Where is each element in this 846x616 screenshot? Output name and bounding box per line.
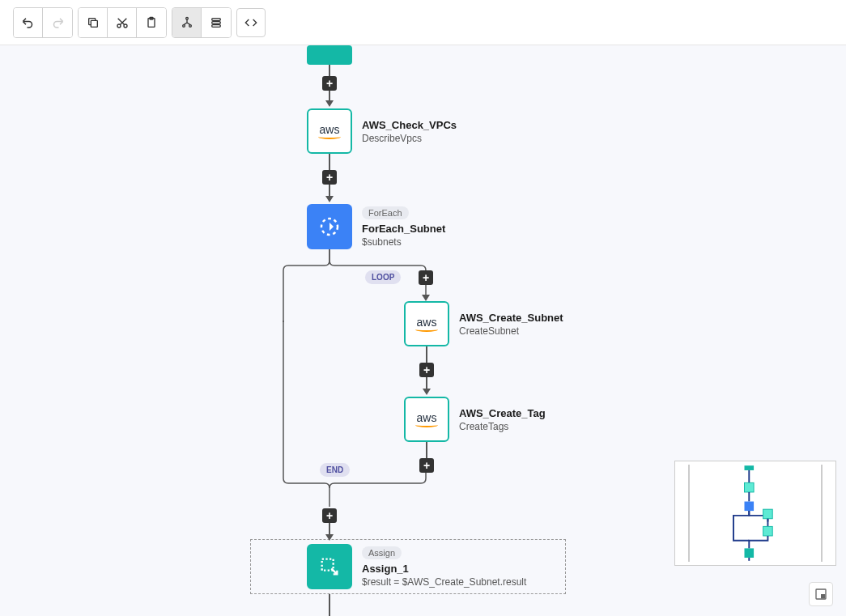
node-title: AWS_Create_Subnet (459, 312, 563, 324)
toolbar (0, 0, 846, 45)
view-group (172, 7, 232, 38)
clipboard-group (78, 7, 167, 38)
svg-rect-18 (745, 502, 755, 512)
svg-rect-25 (822, 595, 825, 598)
connector-line (426, 346, 427, 363)
node-subtitle: CreateSubnet (459, 325, 563, 337)
redo-icon (50, 15, 65, 30)
svg-point-2 (124, 24, 127, 28)
add-step-button[interactable]: + (419, 458, 434, 473)
code-view-button[interactable] (236, 8, 266, 37)
loop-badge: LOOP (365, 270, 401, 284)
node-labels: Assign Assign_1 $result = $AWS_Create_Su… (362, 546, 526, 588)
svg-point-5 (185, 17, 188, 19)
node-labels: ForEach ForEach_Subnet $subnets (362, 206, 445, 248)
copy-button[interactable] (79, 8, 108, 37)
foreach-icon (317, 215, 342, 239)
list-view-button[interactable] (202, 8, 231, 37)
svg-point-6 (182, 24, 185, 27)
assign-node[interactable]: Assign Assign_1 $result = $AWS_Create_Su… (307, 544, 526, 589)
start-node-box (307, 45, 352, 65)
redo-button[interactable] (43, 8, 72, 37)
cut-icon (116, 16, 129, 29)
add-step-button[interactable]: + (322, 508, 337, 523)
node-title: AWS_Check_VPCs (362, 119, 457, 131)
node-subtitle: $result = $AWS_Create_Subnet.result (362, 576, 526, 588)
tree-icon (181, 16, 193, 29)
svg-rect-0 (91, 20, 97, 27)
aws-create-subnet-node[interactable]: aws AWS_Create_Subnet CreateSubnet (404, 301, 563, 346)
paste-icon (145, 16, 158, 29)
node-labels: AWS_Create_Subnet CreateSubnet (459, 312, 563, 337)
aws-node-box: aws (404, 397, 449, 442)
svg-rect-21 (763, 526, 773, 536)
svg-rect-19 (763, 509, 773, 519)
svg-rect-9 (212, 21, 221, 23)
start-node[interactable] (307, 45, 352, 65)
node-title: ForEach_Subnet (362, 223, 445, 235)
aws-logo-icon: aws (415, 411, 438, 427)
svg-rect-14 (745, 465, 755, 470)
aws-check-vpcs-node[interactable]: aws AWS_Check_VPCs DescribeVpcs (307, 108, 457, 154)
add-step-button[interactable]: + (419, 363, 434, 377)
svg-rect-10 (212, 24, 221, 27)
aws-create-tag-node[interactable]: aws AWS_Create_Tag CreateTags (404, 397, 546, 442)
svg-marker-12 (422, 295, 430, 301)
arrow-head-icon (325, 196, 334, 202)
list-icon (210, 16, 223, 29)
node-labels: AWS_Check_VPCs DescribeVpcs (362, 119, 457, 144)
tree-view-button[interactable] (172, 8, 202, 37)
connector-line (426, 442, 427, 458)
aws-logo-icon: aws (318, 123, 341, 139)
aws-logo-icon: aws (415, 316, 438, 332)
svg-rect-22 (745, 548, 755, 558)
connector-line (329, 65, 330, 76)
node-subtitle: DescribeVpcs (362, 133, 457, 144)
foreach-node-box (307, 204, 352, 249)
minimap-viewport (688, 465, 823, 562)
minimap[interactable] (674, 461, 836, 566)
code-icon (244, 16, 257, 29)
node-subtitle: $subnets (362, 236, 445, 248)
node-type-pill: Assign (362, 546, 402, 559)
arrow-head-icon (325, 100, 334, 107)
svg-point-7 (189, 24, 191, 27)
svg-rect-8 (212, 18, 221, 20)
minimap-toggle-button[interactable] (809, 582, 833, 606)
assign-icon (318, 555, 341, 578)
undo-icon (21, 15, 36, 30)
add-step-button[interactable]: + (322, 76, 337, 91)
node-subtitle: CreateTags (459, 421, 546, 432)
aws-node-box: aws (404, 301, 449, 346)
assign-node-box (307, 544, 352, 589)
connector-line (329, 154, 330, 170)
paste-button[interactable] (137, 8, 166, 37)
node-title: Assign_1 (362, 563, 526, 575)
foreach-node[interactable]: ForEach ForEach_Subnet $subnets (307, 204, 445, 249)
node-type-pill: ForEach (362, 206, 409, 219)
svg-point-1 (117, 24, 121, 28)
workflow-canvas[interactable]: + aws AWS_Check_VPCs DescribeVpcs + ForE… (0, 45, 846, 616)
arrow-head-icon (423, 389, 431, 395)
arrow-head-icon (325, 534, 334, 541)
minimap-toggle-icon (814, 588, 827, 601)
add-step-button[interactable]: + (419, 270, 433, 285)
minimap-content (690, 465, 821, 562)
aws-node-box: aws (307, 108, 352, 154)
undo-button[interactable] (14, 8, 43, 37)
history-group (13, 7, 73, 38)
cut-button[interactable] (108, 8, 137, 37)
svg-rect-16 (745, 482, 755, 492)
connector-line (329, 594, 330, 616)
node-title: AWS_Create_Tag (459, 407, 546, 419)
copy-icon (87, 16, 100, 29)
node-labels: AWS_Create_Tag CreateTags (459, 407, 546, 432)
add-step-button[interactable]: + (322, 170, 337, 185)
end-badge: END (320, 463, 350, 477)
